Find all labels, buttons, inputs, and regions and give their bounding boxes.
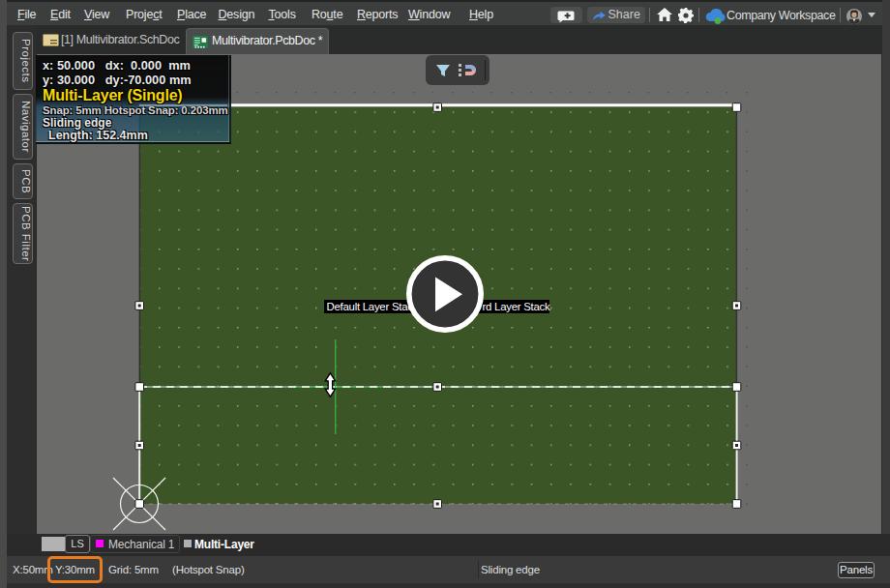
svg-text:rd Layer Stack: rd Layer Stack [483, 301, 550, 312]
svg-text:Default Layer Stack: Default Layer Stack [327, 301, 419, 312]
